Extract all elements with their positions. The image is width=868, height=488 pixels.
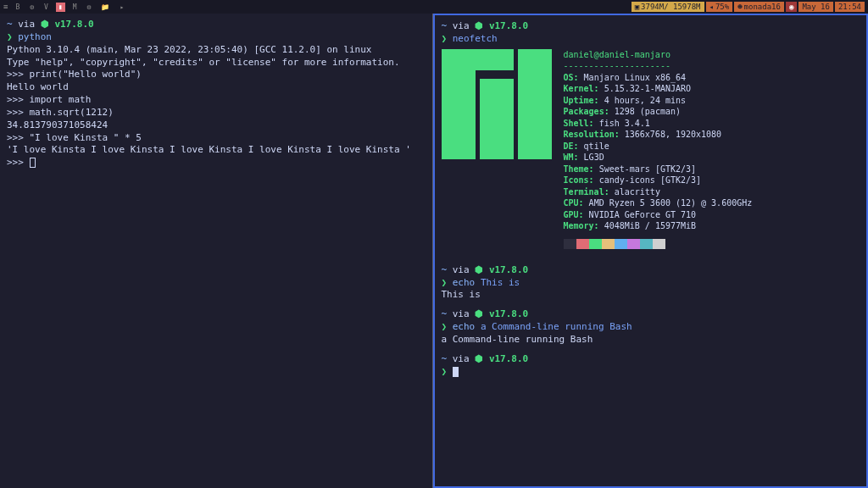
color-swatch	[576, 239, 589, 249]
cmd-line: ❯ python	[7, 31, 426, 44]
out-echo1: This is	[442, 289, 860, 302]
nf-entry: Shell: fish 3.4.1	[564, 118, 753, 130]
ubuntu-icon: ◉	[786, 2, 797, 12]
time-status: 21:54	[835, 2, 865, 12]
cmd-echo2: ❯ echo a Command-line running Bash	[442, 321, 860, 334]
color-swatch	[589, 239, 602, 249]
battery-icon: ◂	[709, 3, 714, 11]
prompt-line-r3: ~ via ⬢ v17.8.0	[442, 308, 860, 321]
nf-entry: DE: qtile	[564, 141, 753, 152]
menu-icon[interactable]: ≡	[3, 3, 8, 11]
user-status: ☻ monada16	[734, 2, 784, 12]
cmd-neofetch: ❯ neofetch	[442, 33, 860, 46]
nf-userhost: daniel@daniel-manjaro	[564, 49, 753, 61]
manjaro-logo-icon	[442, 49, 552, 159]
workspace-3[interactable]: V	[42, 3, 51, 12]
nf-entry: Memory: 4048MiB / 15977MiB	[564, 220, 753, 232]
workspace-list: ≡ B ⚙ V ▮ M ⚙ 📁 ▸	[3, 3, 126, 12]
color-swatch	[627, 239, 640, 249]
nf-entry: CPU: AMD Ryzen 5 3600 (12) @ 3.600GHz	[564, 197, 753, 209]
date-status: May 16	[798, 2, 833, 12]
workspace-5[interactable]: M	[70, 3, 80, 12]
color-swatch	[602, 239, 615, 249]
top-status-bar: ≡ B ⚙ V ▮ M ⚙ 📁 ▸ ▣ 3794M/ 15978M ◂ 75% …	[0, 0, 868, 14]
repl-line-2: >>> import math	[7, 94, 426, 107]
cursor-solid-icon	[453, 367, 459, 377]
repl-out-4: 'I love Kinsta I love Kinsta I love Kins…	[7, 144, 426, 157]
repl-line-3: >>> math.sqrt(1212)	[7, 107, 426, 119]
nf-entry: WM: LG3D	[564, 152, 753, 164]
workspace-7[interactable]: 📁	[98, 3, 112, 12]
workspace-6[interactable]: ⚙	[85, 3, 94, 12]
nf-entry: OS: Manjaro Linux x86_64	[564, 72, 753, 84]
color-swatch	[564, 239, 576, 249]
nf-entry: Uptime: 4 hours, 24 mins	[564, 95, 753, 107]
repl-cursor-line: >>>	[7, 157, 426, 169]
prompt-line-r2: ~ via ⬢ v17.8.0	[442, 264, 860, 277]
memory-icon: ▣	[635, 3, 639, 11]
out-echo2: a Command-line running Bash	[442, 334, 860, 347]
workspace-8[interactable]: ▸	[117, 3, 126, 12]
workspace-4[interactable]: ▮	[56, 3, 65, 12]
workspace-1[interactable]: B	[13, 3, 22, 12]
active-prompt: ❯	[442, 366, 860, 379]
neofetch-output: daniel@daniel-manjaro ------------------…	[442, 49, 860, 232]
workspace-2[interactable]: ⚙	[27, 3, 36, 12]
python-help: Type "help", "copyright", "credits" or "…	[7, 57, 426, 69]
cursor-icon	[30, 158, 36, 168]
nf-dashes: ---------------------	[564, 60, 753, 72]
nf-entry: Icons: candy-icons [GTK2/3]	[564, 175, 753, 186]
memory-status: ▣ 3794M/ 15978M	[632, 2, 704, 12]
repl-out-3: 34.813790371058424	[7, 119, 426, 132]
color-palette	[564, 239, 860, 249]
color-swatch	[640, 239, 653, 249]
nf-entry: Packages: 1298 (pacman)	[564, 106, 753, 118]
user-icon: ☻	[737, 3, 742, 11]
battery-status: ◂ 75%	[706, 2, 733, 12]
left-terminal[interactable]: ~ via ⬢ v17.8.0 ❯ python Python 3.10.4 (…	[0, 14, 433, 488]
neofetch-info: daniel@daniel-manjaro ------------------…	[564, 49, 753, 232]
python-banner: Python 3.10.4 (main, Mar 23 2022, 23:05:…	[7, 44, 426, 57]
terminal-split: ~ via ⬢ v17.8.0 ❯ python Python 3.10.4 (…	[0, 14, 868, 488]
color-swatch	[653, 239, 665, 249]
prompt-line-r4: ~ via ⬢ v17.8.0	[442, 353, 860, 366]
nf-entry: GPU: NVIDIA GeForce GT 710	[564, 209, 753, 221]
color-swatch	[615, 239, 627, 249]
repl-line-1: >>> print("Hello world")	[7, 69, 426, 81]
right-terminal[interactable]: ~ via ⬢ v17.8.0 ❯ neofetch daniel@daniel…	[433, 14, 869, 488]
prompt-line: ~ via ⬢ v17.8.0	[7, 19, 426, 31]
nf-entry: Theme: Sweet-mars [GTK2/3]	[564, 164, 753, 175]
nf-entry: Resolution: 1366x768, 1920x1080	[564, 129, 753, 141]
nf-entry: Kernel: 5.15.32-1-MANJARO	[564, 83, 753, 95]
repl-line-4: >>> "I love Kinsta " * 5	[7, 132, 426, 145]
status-right: ▣ 3794M/ 15978M ◂ 75% ☻ monada16 ◉ May 1…	[632, 2, 865, 12]
repl-out-1: Hello world	[7, 81, 426, 94]
nf-entry: Terminal: alacritty	[564, 186, 753, 198]
prompt-line-r1: ~ via ⬢ v17.8.0	[442, 20, 860, 33]
cmd-echo1: ❯ echo This is	[442, 277, 860, 290]
